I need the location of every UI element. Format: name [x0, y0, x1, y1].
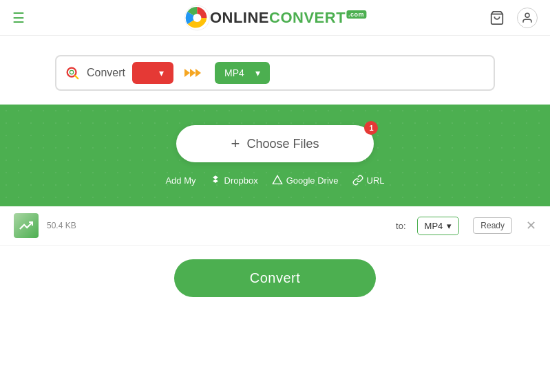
- logo-icon: [184, 5, 210, 31]
- upload-section: + Choose Files 1 Add My Dropbox Google D…: [0, 105, 550, 206]
- add-my-row: Add My Dropbox Google Drive URL: [165, 175, 384, 186]
- from-format-dropdown[interactable]: ▾: [132, 62, 173, 84]
- svg-marker-10: [273, 175, 282, 184]
- svg-point-3: [525, 13, 529, 17]
- google-drive-link[interactable]: Google Drive: [272, 175, 339, 186]
- dropbox-link[interactable]: Dropbox: [210, 175, 258, 186]
- from-format-chevron: ▾: [159, 67, 164, 78]
- file-format-chevron: ▾: [447, 221, 452, 231]
- logo[interactable]: ONLINECONVERT.com: [184, 5, 366, 31]
- search-section: Convert ▾ MP4 ▾: [0, 36, 550, 105]
- convert-label: Convert: [87, 67, 125, 79]
- url-link[interactable]: URL: [352, 175, 385, 186]
- svg-marker-9: [195, 69, 201, 77]
- search-bar: Convert ▾ MP4 ▾: [55, 55, 495, 91]
- ready-status-badge: Ready: [473, 217, 512, 234]
- cart-icon[interactable]: [487, 8, 507, 28]
- logo-text: ONLINECONVERT.com: [210, 9, 366, 27]
- to-format-dropdown[interactable]: MP4 ▾: [215, 62, 270, 84]
- to-label: to:: [396, 221, 405, 231]
- header-left: ☰: [12, 11, 25, 25]
- header: ☰ ONLINECONVERT.com: [0, 0, 550, 36]
- file-thumbnail: [14, 213, 39, 238]
- remove-file-button[interactable]: ✕: [526, 218, 536, 233]
- dropbox-label: Dropbox: [224, 175, 258, 186]
- arrow-separator: [180, 66, 208, 80]
- file-row: 50.4 KB to: MP4 ▾ Ready ✕: [0, 206, 550, 246]
- file-count-badge: 1: [364, 121, 378, 135]
- convert-button[interactable]: Convert: [174, 259, 377, 297]
- google-drive-label: Google Drive: [286, 175, 339, 186]
- file-format-value: MP4: [425, 221, 443, 231]
- url-label: URL: [367, 175, 385, 186]
- choose-files-button[interactable]: + Choose Files 1: [176, 125, 374, 162]
- svg-marker-8: [190, 69, 195, 77]
- convert-section: Convert: [0, 246, 550, 311]
- hamburger-menu-icon[interactable]: ☰: [12, 11, 25, 25]
- to-format-chevron: ▾: [255, 67, 260, 78]
- svg-line-5: [75, 76, 78, 78]
- svg-marker-7: [184, 69, 190, 77]
- to-format-value: MP4: [224, 67, 244, 78]
- header-right: [487, 8, 538, 28]
- svg-point-1: [193, 14, 201, 22]
- file-format-dropdown[interactable]: MP4 ▾: [417, 217, 460, 235]
- plus-icon: +: [231, 135, 240, 153]
- svg-point-6: [70, 70, 74, 74]
- file-size: 50.4 KB: [47, 221, 81, 230]
- add-my-label: Add My: [165, 175, 195, 186]
- search-icon: [65, 65, 80, 80]
- choose-files-label: Choose Files: [246, 137, 319, 151]
- user-avatar-icon[interactable]: [517, 8, 538, 28]
